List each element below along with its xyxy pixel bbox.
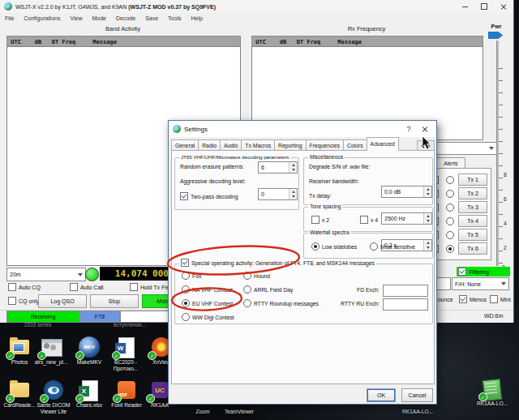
low-sidelobes-option[interactable]: Low sidelobes [311, 242, 357, 251]
menu-view[interactable]: View [65, 15, 87, 21]
tab-general[interactable]: General [171, 139, 199, 151]
maximize-icon[interactable] [474, 1, 494, 13]
tx5-radio[interactable] [446, 231, 454, 239]
scroll-left-icon[interactable] [421, 144, 424, 148]
tx3-radio[interactable] [446, 204, 454, 212]
rtty-roundup-radio[interactable] [243, 299, 251, 307]
hound-option[interactable]: Hound [243, 272, 270, 280]
tone-x2-toggle[interactable]: x 2 [311, 216, 329, 224]
desktop-icon-makemkv[interactable]: MKV✓ MakeMKV [70, 336, 109, 366]
desktop-icon-bc2020[interactable]: W✓ BC2020 - Протоко... [105, 336, 146, 371]
most-sensitive-radio[interactable] [370, 242, 378, 251]
arrl-field-day-option[interactable]: ARRL Field Day [243, 285, 293, 294]
mini-checkbox[interactable] [490, 295, 498, 303]
tx6-button[interactable]: Tx 6 [458, 242, 487, 255]
spinner-arrows-icon[interactable] [423, 186, 431, 197]
tx1-radio[interactable] [446, 176, 454, 184]
tx2-radio[interactable] [446, 190, 454, 198]
cq-only-toggle[interactable]: CQ only [8, 297, 39, 305]
pwr-slider-handle[interactable] [488, 32, 503, 39]
auto-cq-toggle[interactable]: Auto CQ [8, 283, 41, 291]
two-pass-toggle[interactable]: Two-pass decoding [180, 192, 238, 200]
tab-reporting[interactable]: Reporting [274, 139, 306, 151]
tx1-button[interactable]: Tx 1 [458, 174, 487, 186]
tab-frequencies[interactable]: Frequencies [306, 139, 344, 151]
tab-alerts[interactable]: Alerts [436, 157, 465, 169]
special-activity-checkbox[interactable] [181, 259, 189, 267]
log-qso-button[interactable]: Log QSO [38, 294, 87, 308]
ok-button[interactable]: OK [367, 388, 396, 402]
arrl-field-day-radio[interactable] [243, 285, 251, 294]
rtty-ru-exch-input[interactable] [383, 298, 428, 311]
filtering-toggle[interactable]: Filtering [457, 267, 510, 276]
hold-tx-freq-checkbox[interactable] [130, 283, 138, 291]
aggressive-level-spinner[interactable]: 0 [258, 188, 298, 200]
tab-radio[interactable]: Radio [198, 139, 221, 151]
desktop-icon-chaes-xlsx[interactable]: X✓ Chaes.xlsx [70, 379, 109, 409]
scroll-right-icon[interactable] [427, 144, 431, 148]
hold-tx-freq-toggle[interactable]: Hold Tx Freq [130, 283, 173, 291]
tab-colors[interactable]: Colors [343, 139, 367, 151]
tx4-radio[interactable] [446, 217, 454, 225]
low-sidelobes-radio[interactable] [311, 242, 320, 251]
tone-x4-checkbox[interactable] [360, 216, 368, 224]
na-vhf-option[interactable]: NA VHF Contest [182, 285, 233, 294]
menu-configurations[interactable]: Configurations [19, 15, 65, 21]
auto-call-checkbox[interactable] [70, 283, 78, 291]
na-vhf-radio[interactable] [182, 285, 190, 294]
pwr-slider-track[interactable] [496, 41, 499, 266]
cq-only-checkbox[interactable] [8, 297, 16, 305]
dialog-close-icon[interactable] [417, 122, 433, 135]
tab-advanced[interactable]: Advanced [367, 137, 399, 151]
filtering-checkbox[interactable] [458, 268, 466, 276]
tx5-button[interactable]: Tx 5 [458, 229, 487, 241]
tab-audio[interactable]: Audio [220, 139, 242, 151]
degrade-sn-spinner[interactable]: 0,0 dB [381, 186, 432, 198]
tone-x2-checkbox[interactable] [311, 216, 320, 224]
auto-call-toggle[interactable]: Auto Call [70, 283, 103, 291]
desktop-icon-rk1aa-log[interactable]: ✓ RK1AA-LO... [472, 378, 513, 407]
tx2-button[interactable]: Tx 2 [458, 187, 487, 199]
tab-tx-macros[interactable]: Tx Macros [241, 139, 275, 151]
menus-toggle[interactable]: Menus [459, 295, 487, 303]
main-titlebar[interactable]: WSJT-X v2.2.0 by K1JT, G4WJS, and K9AN (… [0, 0, 513, 13]
ww-digi-option[interactable]: WW Digi Contest [182, 313, 234, 321]
menu-file[interactable]: File [0, 15, 19, 21]
tone-x4-toggle[interactable]: x 4 [360, 216, 378, 224]
menu-tools[interactable]: Tools [163, 15, 186, 21]
menu-mode[interactable]: Mode [87, 15, 111, 21]
stop-button[interactable]: Stop [90, 294, 139, 308]
desktop-label-zoom[interactable]: Zoom [188, 409, 217, 415]
cancel-button[interactable]: Cancel [401, 388, 433, 402]
menu-help[interactable]: Help [186, 15, 207, 21]
spinner-arrows-icon[interactable] [289, 189, 297, 199]
fh-mode-combo[interactable]: F/H: None [452, 277, 509, 290]
two-pass-checkbox[interactable] [180, 192, 188, 200]
spinner-arrows-icon[interactable] [289, 162, 297, 173]
hound-radio[interactable] [243, 272, 251, 280]
mini-toggle[interactable]: Mini [490, 295, 511, 303]
fox-option[interactable]: Fox [182, 272, 201, 280]
close-icon[interactable] [494, 1, 513, 13]
desktop-icon-alrs[interactable]: ✓ alrs_new_pl... [32, 336, 71, 366]
desktop-label-rk1aa-log[interactable]: RK1AA-LO... [397, 409, 438, 415]
menu-decode[interactable]: Decode [111, 15, 140, 21]
help-icon[interactable]: ? [401, 122, 417, 135]
most-sensitive-option[interactable]: Most sensitive [370, 242, 415, 251]
menu-save[interactable]: Save [140, 15, 163, 21]
eu-vhf-option[interactable]: EU VHF Contest [182, 299, 233, 307]
tx3-button[interactable]: Tx 3 [458, 201, 487, 213]
desktop-label-teamviewer[interactable]: TeamViewer [217, 409, 261, 415]
band-selector[interactable]: 20m [6, 268, 86, 281]
fd-exch-input[interactable] [383, 285, 428, 297]
random-erasure-spinner[interactable]: 6 [258, 161, 298, 174]
ww-digi-radio[interactable] [182, 313, 190, 321]
settings-titlebar[interactable]: Settings ? [169, 121, 436, 137]
menus-checkbox[interactable] [459, 295, 467, 303]
eu-vhf-radio[interactable] [182, 299, 190, 307]
tx6-radio[interactable] [446, 245, 454, 253]
special-activity-toggle[interactable]: Special operating activity: Generation o… [179, 259, 376, 267]
rtty-roundup-option[interactable]: RTTY Roundup messages [243, 299, 319, 307]
auto-cq-checkbox[interactable] [8, 283, 16, 291]
tx4-button[interactable]: Tx 4 [458, 215, 487, 227]
